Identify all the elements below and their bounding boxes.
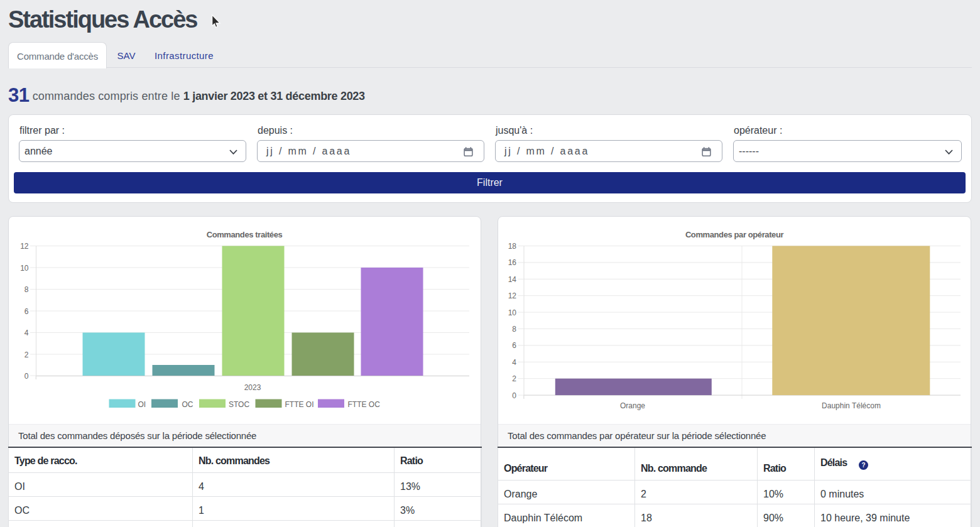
- svg-text:16: 16: [508, 258, 517, 267]
- svg-text:0: 0: [512, 391, 516, 400]
- svg-text:STOC: STOC: [229, 400, 249, 409]
- svg-text:Dauphin Télécom: Dauphin Télécom: [822, 401, 881, 410]
- svg-text:8: 8: [512, 325, 516, 334]
- svg-text:10: 10: [508, 308, 517, 317]
- svg-text:Orange: Orange: [620, 401, 645, 410]
- svg-text:Commandes traitées: Commandes traitées: [207, 230, 283, 239]
- svg-text:FTTE OI: FTTE OI: [285, 400, 314, 409]
- svg-text:4: 4: [512, 358, 516, 367]
- svg-text:6: 6: [512, 341, 516, 350]
- svg-text:8: 8: [24, 285, 29, 294]
- svg-text:4: 4: [24, 329, 29, 337]
- svg-text:18: 18: [508, 242, 517, 251]
- svg-text:12: 12: [20, 242, 29, 251]
- svg-text:Commandes par opérateur: Commandes par opérateur: [685, 230, 784, 239]
- svg-text:2: 2: [24, 350, 29, 359]
- svg-text:OC: OC: [182, 400, 193, 409]
- svg-text:6: 6: [24, 307, 29, 316]
- svg-text:OI: OI: [138, 400, 146, 409]
- svg-text:FTTE OC: FTTE OC: [348, 400, 381, 409]
- svg-text:2: 2: [512, 374, 516, 383]
- svg-text:0: 0: [24, 372, 29, 381]
- svg-text:12: 12: [508, 291, 517, 300]
- svg-text:2023: 2023: [244, 383, 261, 392]
- svg-text:10: 10: [20, 264, 29, 273]
- svg-text:14: 14: [508, 275, 517, 284]
